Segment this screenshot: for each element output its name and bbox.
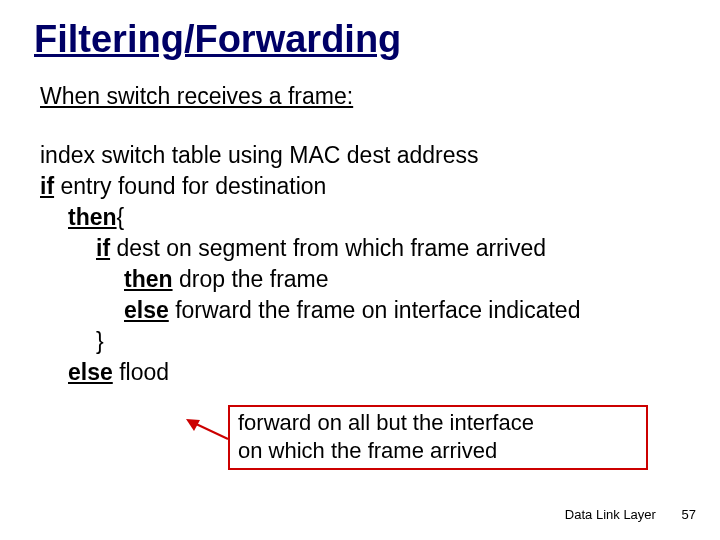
algo-line-5-text: drop the frame — [173, 266, 329, 292]
keyword-then: then — [68, 204, 117, 230]
callout-line-2: on which the frame arrived — [238, 437, 638, 465]
brace-open: { — [117, 204, 125, 230]
arrow-icon — [186, 419, 230, 443]
algo-line-5: then drop the frame — [124, 264, 686, 295]
keyword-then-inner: then — [124, 266, 173, 292]
footer-page-number: 57 — [682, 507, 696, 522]
brace-close: } — [96, 328, 104, 354]
keyword-else-inner: else — [124, 297, 169, 323]
svg-line-0 — [194, 423, 228, 439]
algo-line-7: } — [96, 326, 686, 357]
footer-section: Data Link Layer — [565, 507, 656, 522]
keyword-if-inner: if — [96, 235, 110, 261]
algo-line-1: index switch table using MAC dest addres… — [40, 140, 686, 171]
algo-line-8: else flood — [68, 357, 686, 388]
algo-line-3: then{ — [68, 202, 686, 233]
algorithm-block: index switch table using MAC dest addres… — [40, 140, 686, 388]
callout-line-1: forward on all but the interface — [238, 409, 638, 437]
slide-footer: Data Link Layer 57 — [565, 507, 696, 522]
algo-line-8-text: flood — [113, 359, 169, 385]
algo-line-6: else forward the frame on interface indi… — [124, 295, 686, 326]
algo-line-4: if dest on segment from which frame arri… — [96, 233, 686, 264]
slide: Filtering/Forwarding When switch receive… — [0, 0, 720, 540]
algo-line-4-text: dest on segment from which frame arrived — [110, 235, 546, 261]
callout-group: forward on all but the interface on whic… — [228, 405, 648, 470]
keyword-else: else — [68, 359, 113, 385]
callout-box: forward on all but the interface on whic… — [228, 405, 648, 470]
algo-line-6-text: forward the frame on interface indicated — [169, 297, 581, 323]
keyword-if: if — [40, 173, 54, 199]
slide-title: Filtering/Forwarding — [34, 18, 686, 61]
algo-line-2: if entry found for destination — [40, 171, 686, 202]
algo-line-2-text: entry found for destination — [54, 173, 326, 199]
slide-subheading: When switch receives a frame: — [40, 83, 686, 110]
